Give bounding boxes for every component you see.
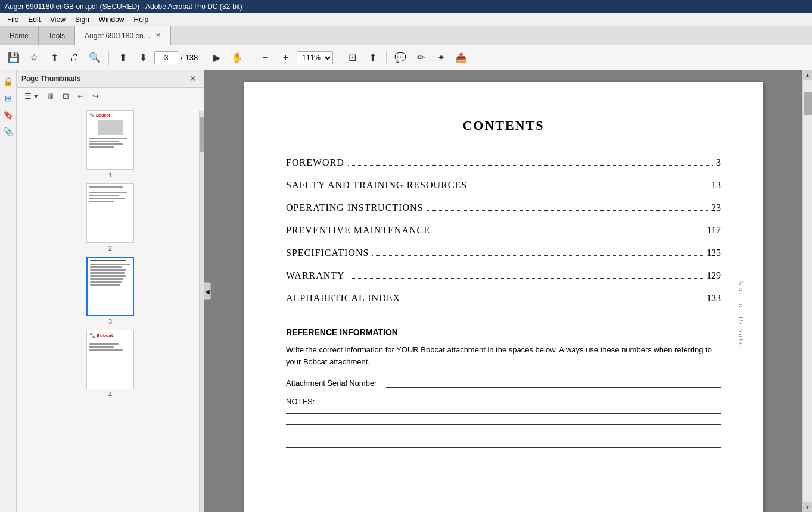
tab-document-label: Auger 6901180 en…: [85, 32, 151, 40]
attachment-serial-line: [386, 377, 721, 388]
print-button[interactable]: 🖨: [66, 49, 83, 67]
menu-view[interactable]: View: [45, 15, 70, 24]
toc-dots-safety: [471, 188, 708, 188]
title-bar-text: Auger 6901180 enGB om.pdf (SECURED) - Ad…: [5, 2, 242, 11]
scroll-down-arrow[interactable]: ▼: [803, 502, 813, 512]
page-separator: /: [181, 53, 183, 62]
zoom-in-button[interactable]: +: [276, 49, 294, 67]
hand-tool-button[interactable]: ✋: [228, 49, 246, 67]
tab-tools[interactable]: Tools: [39, 26, 75, 45]
tab-close-icon[interactable]: ✕: [155, 32, 161, 39]
bookmarks-icon[interactable]: 🔖: [2, 108, 15, 121]
pages-icon[interactable]: ⊞: [2, 92, 15, 105]
stamp-button[interactable]: ✦: [432, 49, 450, 67]
thumbnail-frame-1: 🐾 Bobcat: [86, 110, 134, 170]
panel-scroll-thumb: [200, 117, 204, 152]
menu-file[interactable]: File: [2, 15, 23, 24]
scroll-track[interactable]: [803, 80, 812, 502]
menu-edit[interactable]: Edit: [23, 15, 45, 24]
menu-bar: File Edit View Sign Window Help: [0, 13, 812, 26]
tab-document[interactable]: Auger 6901180 en… ✕: [75, 26, 171, 45]
panel-delete-button[interactable]: 🗑: [43, 90, 57, 102]
comment-button[interactable]: 💬: [391, 49, 409, 67]
pdf-area[interactable]: CONTENTS FOREWORD 3 SAFETY AND TRAINING …: [204, 70, 802, 512]
menu-sign[interactable]: Sign: [70, 15, 94, 24]
thumbnail-2[interactable]: 2: [86, 183, 134, 252]
thumbnail-3[interactable]: 3: [86, 257, 134, 325]
upload-button[interactable]: ⬆: [45, 49, 63, 67]
scroll-up-arrow[interactable]: ▲: [803, 70, 813, 80]
panel-collapse-arrow[interactable]: ◀: [204, 282, 211, 300]
toolbar-separator-4: [338, 51, 338, 65]
panel-extract-button[interactable]: ⊡: [60, 90, 72, 102]
share-button[interactable]: 📤: [452, 49, 470, 67]
toc-dots-warranty: [349, 278, 703, 279]
zoom-select[interactable]: 111% 100% 75% 125% 150%: [297, 51, 333, 64]
thumbnail-1[interactable]: 🐾 Bobcat 1: [86, 110, 134, 179]
notes-line-4: [286, 447, 721, 448]
next-page-button[interactable]: ⬇: [134, 49, 152, 67]
title-bar: Auger 6901180 enGB om.pdf (SECURED) - Ad…: [0, 0, 812, 13]
toc-page-operating: 23: [711, 202, 721, 213]
left-sidebar: 🔒 ⊞ 🔖 📎: [0, 70, 17, 512]
menu-help[interactable]: Help: [129, 15, 154, 24]
toc-label-warranty: WARRANTY: [286, 270, 345, 281]
panel-close-button[interactable]: ✕: [187, 74, 199, 83]
panel-undo-button[interactable]: ↩: [74, 90, 87, 102]
toc-dots-operating: [427, 210, 708, 211]
scroll-thumb: [804, 92, 812, 115]
toolbar-separator-1: [108, 51, 109, 65]
toc-label-safety: SAFETY AND TRAINING RESOURCES: [286, 180, 467, 191]
thumbnail-4[interactable]: 🐾 Bobcat 4: [86, 330, 134, 398]
toc-entry-foreword: FOREWORD 3: [286, 157, 721, 168]
toolbar-separator-3: [251, 51, 251, 65]
page-input[interactable]: [154, 51, 178, 64]
select-tool-button[interactable]: ▶: [208, 49, 226, 67]
panel-redo-button[interactable]: ↪: [89, 90, 102, 102]
attachment-serial-label: Attachment Serial Number: [286, 379, 377, 388]
attachments-icon[interactable]: 📎: [2, 125, 15, 138]
toc-dots-maintenance: [434, 233, 704, 233]
thumbnail-area[interactable]: 🐾 Bobcat 1: [17, 105, 204, 512]
tab-home[interactable]: Home: [0, 26, 39, 45]
thumbnail-num-3: 3: [108, 318, 112, 325]
toc-label-foreword: FOREWORD: [286, 157, 344, 168]
notes-lines: [286, 413, 721, 448]
toc-label-specifications: SPECIFICATIONS: [286, 248, 369, 258]
reference-body-text: Write the correct information for YOUR B…: [286, 344, 721, 367]
toc-label-operating: OPERATING INSTRUCTIONS: [286, 202, 423, 213]
toc-label-maintenance: PREVENTIVE MAINTENANCE: [286, 225, 430, 236]
panel-title: Page Thumbnails: [21, 74, 80, 83]
thumb-logo-1: 🐾 Bobcat: [89, 113, 131, 118]
total-pages: 138: [185, 53, 198, 62]
pdf-title: CONTENTS: [286, 118, 721, 133]
fit-page-button[interactable]: ⊡: [343, 49, 361, 67]
export-button[interactable]: ⬆: [363, 49, 381, 67]
right-scrollbar[interactable]: ▲ ▼: [802, 70, 812, 512]
toc-page-safety: 13: [711, 180, 721, 191]
toc-entry-index: ALPHABETICAL INDEX 133: [286, 293, 721, 304]
reference-title: REFERENCE INFORMATION: [286, 327, 721, 337]
search-button[interactable]: 🔍: [86, 49, 104, 67]
toolbar: 💾 ☆ ⬆ 🖨 🔍 ⬆ ⬇ / 138 ▶ ✋ − + 111% 100% 75…: [0, 45, 812, 70]
tab-bar: Home Tools Auger 6901180 en… ✕: [0, 26, 812, 45]
prev-page-button[interactable]: ⬆: [114, 49, 132, 67]
zoom-out-button[interactable]: −: [256, 49, 274, 67]
notes-line-3: [286, 436, 721, 436]
menu-window[interactable]: Window: [94, 15, 129, 24]
panel-header: Page Thumbnails ✕: [17, 70, 204, 88]
panel-scrollbar[interactable]: [199, 111, 204, 512]
lock-icon[interactable]: 🔒: [2, 75, 15, 88]
toc-entry-safety: SAFETY AND TRAINING RESOURCES 13: [286, 180, 721, 191]
highlight-button[interactable]: ✏: [412, 49, 430, 67]
bookmark-button[interactable]: ☆: [25, 49, 43, 67]
toc-list: FOREWORD 3 SAFETY AND TRAINING RESOURCES…: [286, 157, 721, 304]
tab-tools-label: Tools: [48, 32, 65, 40]
toolbar-separator-5: [386, 51, 387, 65]
thumbnail-num-2: 2: [108, 245, 112, 252]
panel-menu-button[interactable]: ☰ ▾: [21, 90, 41, 102]
save-button[interactable]: 💾: [5, 49, 23, 67]
watermark: Not for Resale: [738, 281, 745, 348]
reference-section: REFERENCE INFORMATION Write the correct …: [286, 327, 721, 448]
thumbnail-frame-3: [86, 257, 134, 316]
